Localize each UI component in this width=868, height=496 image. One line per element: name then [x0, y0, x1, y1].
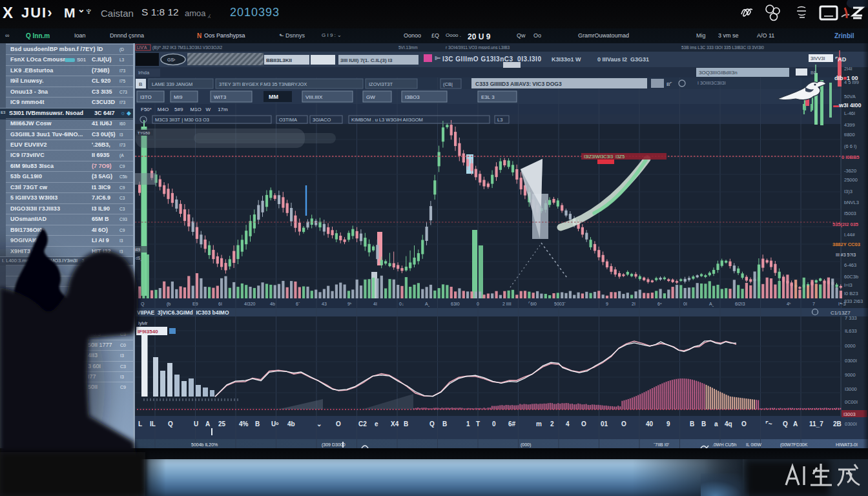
svg-text:I=I3: I=I3	[844, 282, 852, 288]
svg-text:MI9: MI9	[174, 94, 183, 100]
svg-text:TYG50: TYG50	[138, 131, 150, 135]
svg-text:IZOVI3T3T: IZOVI3T3T	[369, 81, 393, 87]
svg-text:A: A	[205, 420, 210, 428]
svg-text:01: 01	[601, 420, 608, 428]
svg-text:L-46I: L-46I	[844, 110, 855, 116]
svg-text:4I: 4I	[373, 302, 377, 306]
svg-text:40: 40	[646, 420, 654, 428]
svg-text:dIb■1 00: dIb■1 00	[834, 75, 858, 81]
svg-text:0: 0	[492, 420, 496, 428]
svg-text:m: m	[536, 420, 542, 428]
svg-text:I3003: I3003	[843, 411, 856, 417]
svg-text:7: 7	[812, 302, 815, 306]
svg-text:bNVL3: bNVL3	[844, 200, 859, 205]
svg-text:tI800: tI800	[844, 132, 855, 138]
svg-text:0: 0	[477, 302, 479, 306]
svg-text:6I: 6I	[218, 302, 222, 306]
svg-text:Q: Q	[141, 302, 145, 307]
svg-text:O: O	[741, 420, 747, 428]
svg-text:Uᵒ: Uᵒ	[271, 420, 278, 428]
svg-text:HIWAT3-0I: HIWAT3-0I	[836, 442, 858, 447]
svg-text:25: 25	[218, 420, 226, 428]
svg-text:3IVV3I: 3IVV3I	[811, 56, 825, 61]
svg-text:O: O	[621, 420, 626, 428]
svg-text:4%: 4%	[239, 420, 249, 428]
svg-text:9000: 9000	[845, 372, 856, 378]
svg-text:ˉ7IIB I0’: ˉ7IIB I0’	[654, 442, 670, 447]
svg-text:3OQ3IIIGIBdII3n: 3OQ3IIIGIBdII3n	[699, 70, 738, 76]
svg-text:5004b IL20%: 5004b IL20%	[191, 442, 218, 447]
svg-text:A: A	[793, 420, 798, 428]
svg-text:4ᵏ: 4ᵏ	[787, 302, 791, 306]
svg-text:(00W7FD30K: (00W7FD30K	[780, 442, 808, 448]
svg-text:VIII.IIIX: VIII.IIIX	[305, 94, 323, 100]
svg-text:KIMBOM . u L3 W3GIH AII3GOM: KIMBOM . u L3 W3GIH AII3GOM	[351, 117, 423, 123]
svg-text:I5003: I5003	[844, 211, 856, 216]
svg-text:III #3 5?I3: III #3 5?I3	[836, 253, 856, 257]
svg-text:I3)3: I3)3	[844, 189, 852, 194]
svg-text:(CB|: (CB|	[443, 81, 453, 87]
svg-text:B: B	[701, 420, 706, 428]
svg-text:5003ˉ: 5003ˉ	[554, 302, 566, 306]
svg-text:5VI.13mm: 5VI.13mm	[398, 45, 418, 50]
svg-text:VIIPAE 3)VIC6.3GIMd IC303 b4: VIIPAE 3)VIC6.3GIMd IC303 b4IMO	[137, 309, 229, 316]
svg-text:WIT3: WIT3	[214, 94, 227, 100]
svg-text:LIV'A: LIV'A	[137, 45, 147, 50]
svg-text:53B ims L3C 333 I3OI 335 L3IB3: 53B ims L3C 333 I3OI 335 L3IB3C I3 3VI3I…	[681, 45, 764, 50]
svg-text:U: U	[194, 420, 198, 428]
svg-text:B: B	[404, 420, 408, 428]
svg-text:A‸: A‸	[425, 302, 430, 307]
svg-text:I.44#: I.44#	[844, 232, 856, 238]
svg-text:9: 9	[606, 302, 608, 306]
svg-text:0300I: 0300I	[845, 421, 857, 427]
svg-text:B: B	[255, 420, 260, 428]
svg-text:⌜6I0: ⌜6I0	[528, 302, 537, 306]
svg-text:O3TIMA: O3TIMA	[279, 117, 297, 123]
svg-text:A‸: A‸	[709, 302, 714, 307]
svg-text:(B)I* JII2 IK3 7M3.L3O3IIJ.V3O: (B)I* JII2 IK3 7M3.L3O3IIJ.V3O3OJI2	[152, 45, 222, 50]
svg-text:(000): (000)	[521, 442, 531, 448]
svg-text:I3BO3: I3BO3	[405, 94, 420, 100]
svg-text:d$‸: d$‸	[136, 256, 142, 261]
svg-text:3TEY 3ITI BYGEX F.M3 35 T3NBRY: 3TEY 3ITI BYGEX F.M3 35 T3NBRYJOX	[219, 81, 307, 87]
svg-text:9ᵏ: 9ᵏ	[347, 302, 352, 306]
svg-text:B⌜: B⌜	[666, 81, 672, 87]
svg-text:I3000: I3000	[845, 386, 857, 392]
svg-text:7 333: 7 333	[845, 315, 857, 321]
svg-text:3882Y CC03: 3882Y CC03	[832, 242, 860, 247]
svg-text:6ᵒ: 6ᵒ	[657, 302, 662, 306]
svg-text:833 2I63: 833 2I63	[844, 298, 863, 304]
svg-text:0300I: 0300I	[845, 358, 857, 364]
svg-text:C1/13Z7: C1/13Z7	[831, 310, 851, 316]
svg-text:11_7: 11_7	[809, 420, 823, 428]
svg-text:2B: 2B	[833, 420, 842, 428]
svg-text:2I4I: 2I4I	[844, 66, 852, 72]
svg-text:▬w3I 4I00: ▬w3I 4I00	[833, 102, 862, 108]
svg-text:I3C GIIImO G13I3nC3 0I3.I3I0: I3C GIIImO G13I3nC3 0I3.I3I0	[442, 56, 541, 63]
svg-text:B: B	[442, 420, 447, 428]
svg-text:L3: L3	[497, 117, 502, 123]
svg-text:4399: 4399	[844, 122, 855, 128]
svg-text:IL 0I0W: IL 0I0W	[746, 442, 761, 447]
svg-text:Q: Q	[168, 420, 173, 428]
svg-text:Q: Q	[429, 420, 435, 428]
svg-text:I3IZ3IWI3C3I3 I3Z5: I3IZ3IWI3C3I3 I3Z5	[584, 154, 625, 159]
svg-text:0C00I: 0C00I	[845, 399, 858, 405]
svg-text:L: L	[138, 420, 142, 428]
svg-text:⌄: ⌄	[316, 420, 322, 428]
svg-text:Q: Q	[783, 420, 788, 428]
svg-text:Irhda: Irhda	[138, 70, 150, 76]
svg-text:0I: 0I	[683, 302, 687, 306]
svg-text:K3I33o1 W: K3I33o1 W	[552, 56, 581, 63]
svg-text:3GIACO: 3GIACO	[313, 117, 331, 123]
svg-text:a: a	[714, 420, 718, 428]
svg-text:3III IUII) 7(1. C.IL(3) I3: 3III IUII) 7(1. C.IL(3) I3	[340, 57, 393, 63]
svg-text:LAME 339 JANGM: LAME 339 JANGM	[152, 81, 192, 87]
svg-text:4b: 4b	[287, 420, 295, 428]
svg-text:X4: X4	[391, 420, 399, 428]
svg-text:IL: IL	[150, 420, 156, 428]
svg-text:E9: E9	[192, 302, 198, 306]
svg-text:4q: 4q	[725, 420, 732, 428]
svg-text:4: 4	[566, 420, 570, 428]
svg-text:C333 GIIIIID3 AIIIAV3: VIC3 DO: C333 GIIIIID3 AIIIAV3: VIC3 DOG3	[475, 81, 562, 87]
